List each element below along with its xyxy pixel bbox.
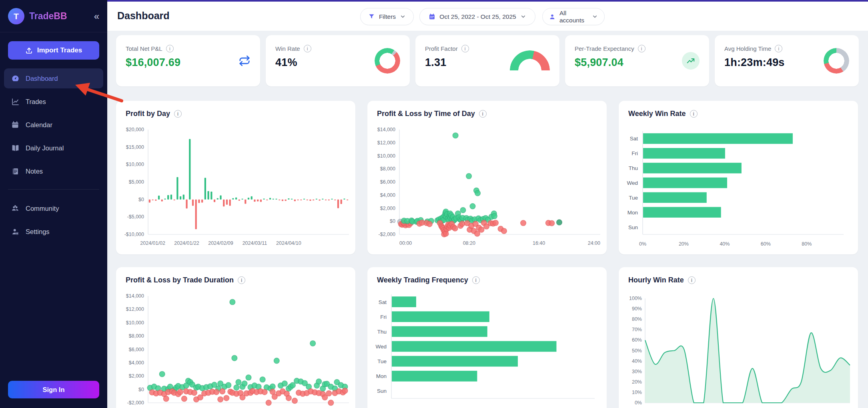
kpi-label: Avg Holding Time (724, 45, 771, 52)
svg-text:16:40: 16:40 (533, 240, 545, 246)
repeat-icon[interactable] (239, 55, 251, 67)
chevron-down-icon (400, 14, 406, 20)
kpi-card-profit-factor: Profit Factori 1.31 (415, 35, 559, 86)
app-name: TradeBB (29, 11, 67, 22)
community-users-icon (11, 204, 20, 213)
info-icon[interactable]: i (174, 110, 182, 118)
main-content: Dashboard Filters Oct 25, 2022 - Oct 25,… (107, 0, 868, 408)
info-icon[interactable]: i (238, 276, 245, 284)
svg-text:$6,000: $6,000 (129, 347, 144, 352)
svg-text:Sun: Sun (628, 224, 638, 230)
svg-text:-$2,000: -$2,000 (379, 232, 395, 237)
chart-canvas: $20,000$15,000$10,000$5,000$0-$5,000-$10… (116, 101, 355, 254)
info-icon[interactable]: i (461, 45, 469, 52)
sidebar-item-calendar[interactable]: Calendar (4, 115, 103, 135)
sidebar-item-label: Notes (26, 168, 43, 175)
sidebar-item-notes[interactable]: Notes (4, 161, 103, 181)
holding-time-donut (824, 48, 849, 74)
page-title: Dashboard (117, 10, 170, 22)
sign-in-button[interactable]: Sign In (8, 381, 99, 398)
chart-title: Profit & Loss by Time of Day (377, 110, 475, 118)
sidebar-collapse-icon[interactable]: « (94, 12, 99, 21)
info-icon[interactable]: i (479, 110, 487, 118)
upload-icon (25, 47, 33, 54)
svg-text:0%: 0% (635, 400, 642, 406)
sidebar-item-label: Daily Journal (26, 144, 64, 152)
kpi-value: 1h:23m:49s (724, 56, 785, 69)
svg-text:0%: 0% (639, 241, 646, 247)
sidebar-divider (8, 189, 99, 190)
svg-text:80%: 80% (802, 241, 812, 247)
svg-text:$2,000: $2,000 (380, 206, 395, 211)
chart-canvas: 100%90%80%70%60%50%40%30%20%10%0% (619, 267, 858, 408)
sidebar-item-label: Calendar (26, 121, 52, 129)
sidebar-item-community[interactable]: Community (4, 198, 103, 218)
svg-text:$12,000: $12,000 (126, 306, 144, 312)
import-trades-button[interactable]: Import Trades (8, 41, 99, 60)
svg-text:$8,000: $8,000 (129, 333, 144, 339)
svg-text:$0: $0 (138, 197, 144, 202)
sidebar-item-dashboard[interactable]: Dashboard (4, 68, 103, 88)
user-icon (549, 14, 555, 20)
date-range-picker[interactable]: Oct 25, 2022 - Oct 25, 2025 (419, 8, 535, 25)
chart-title: Profit & Loss by Trade Duration (126, 276, 234, 284)
svg-text:-$2,000: -$2,000 (127, 400, 144, 406)
chart-title: Profit by Day (126, 110, 170, 118)
info-icon[interactable]: i (688, 276, 696, 284)
info-icon[interactable]: i (304, 45, 311, 52)
sidebar-item-label: Dashboard (26, 75, 58, 82)
svg-text:Tue: Tue (629, 195, 638, 201)
svg-text:2024/03/11: 2024/03/11 (243, 240, 267, 246)
chart-canvas: SatFriThuWedTueMonSun0%20%40%60%80% (619, 101, 858, 254)
journal-book-icon (11, 144, 20, 152)
sidebar-item-label: Trades (26, 98, 46, 106)
kpi-label: Total Net P&L (126, 45, 162, 52)
svg-text:$10,000: $10,000 (126, 320, 144, 326)
svg-text:$20,000: $20,000 (126, 127, 144, 132)
svg-text:$10,000: $10,000 (377, 153, 395, 159)
filters-dropdown[interactable]: Filters (360, 8, 414, 25)
svg-text:90%: 90% (632, 306, 642, 312)
sidebar-item-trades[interactable]: Trades (4, 92, 103, 112)
accounts-dropdown[interactable]: All accounts (542, 8, 605, 25)
svg-text:Sat: Sat (630, 136, 638, 142)
svg-text:2024/04/10: 2024/04/10 (276, 240, 301, 246)
logo-row: T TradeBB « (0, 0, 107, 32)
chart-card-profit-by-day: Profit by Dayi $20,000$15,000$10,000$5,0… (116, 101, 355, 254)
svg-text:-$10,000: -$10,000 (124, 232, 144, 237)
info-icon[interactable]: i (472, 276, 480, 284)
profit-factor-gauge (510, 50, 550, 71)
sidebar-item-daily-journal[interactable]: Daily Journal (4, 138, 103, 158)
kpi-card-avg-holding-time: Avg Holding Timei 1h:23m:49s (715, 35, 859, 86)
svg-text:40%: 40% (632, 358, 642, 364)
svg-text:$2,000: $2,000 (129, 373, 144, 379)
user-gear-icon (11, 227, 20, 236)
info-icon[interactable]: i (690, 110, 698, 118)
svg-text:Wed: Wed (627, 180, 638, 186)
page-header: Dashboard Filters Oct 25, 2022 - Oct 25,… (107, 2, 868, 31)
svg-text:Sat: Sat (379, 299, 387, 305)
chart-title: Weekly Trading Frequency (377, 276, 468, 284)
sidebar-item-settings[interactable]: Settings (4, 222, 103, 242)
kpi-value: 1.31 (425, 56, 446, 69)
info-icon[interactable]: i (775, 45, 782, 52)
calendar-icon (11, 120, 20, 129)
svg-text:20%: 20% (632, 379, 642, 385)
info-icon[interactable]: i (638, 45, 645, 52)
dashboard-gauge-icon (11, 74, 20, 83)
notes-icon (11, 167, 20, 176)
sidebar-nav: Dashboard Trades Calendar Daily Journal (0, 64, 107, 242)
svg-text:$15,000: $15,000 (126, 144, 144, 150)
app-logo: T (8, 8, 24, 24)
chart-canvas: $14,000$12,000$10,000$8,000$6,000$4,000$… (116, 267, 355, 408)
svg-text:Tue: Tue (377, 358, 387, 364)
kpi-label: Win Rate (275, 45, 300, 52)
svg-text:Mon: Mon (627, 210, 638, 216)
chevron-down-icon (592, 14, 598, 20)
chart-card-weekly-win-rate: Weekly Win Ratei SatFriThuWedTueMonSun0%… (619, 101, 858, 254)
info-icon[interactable]: i (166, 45, 174, 52)
svg-text:Mon: Mon (376, 373, 387, 379)
chart-canvas: SatFriThuWedTueMonSun (367, 267, 607, 408)
trend-up-icon (682, 52, 700, 70)
svg-text:80%: 80% (632, 316, 642, 322)
